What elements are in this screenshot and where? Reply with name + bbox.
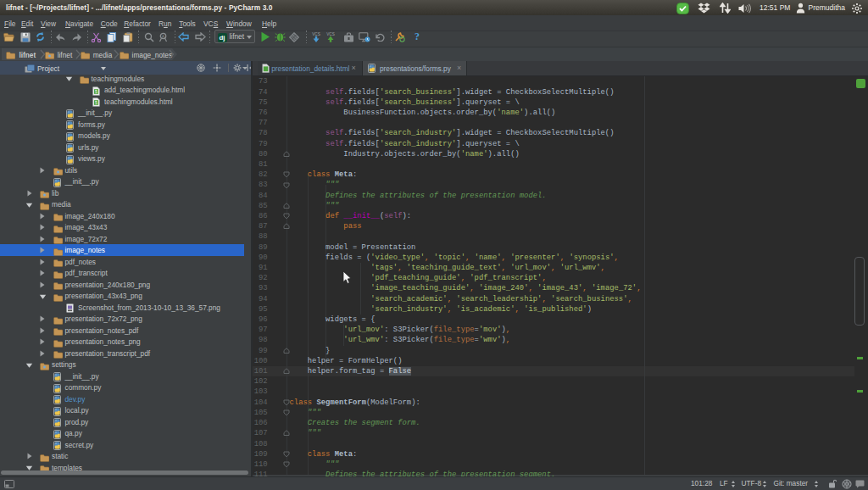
- svg-text:VCS: VCS: [326, 32, 334, 36]
- svg-text:VCS: VCS: [312, 32, 320, 36]
- svg-text:5: 5: [95, 100, 97, 105]
- svg-text:5: 5: [95, 89, 97, 94]
